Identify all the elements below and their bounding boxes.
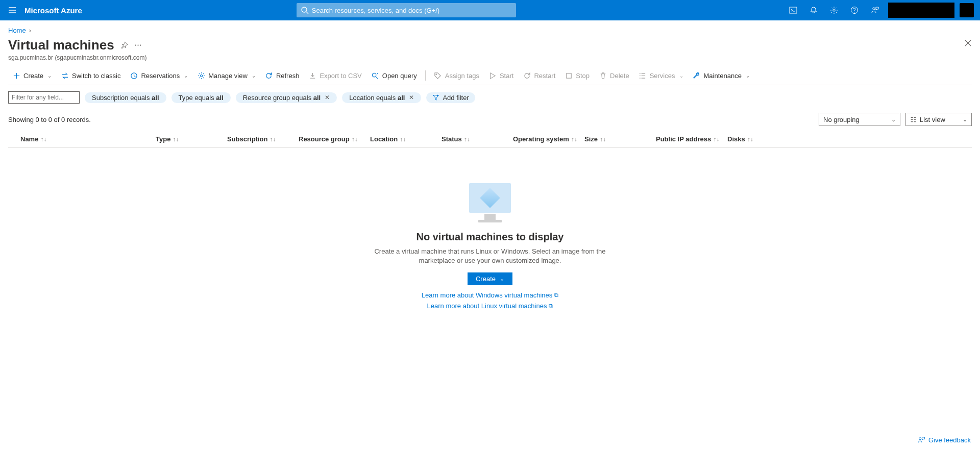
list-icon [639,72,646,80]
brand-label[interactable]: Microsoft Azure [24,6,82,15]
vm-illustration [469,183,512,224]
view-dropdown[interactable]: List view ⌄ [905,113,972,126]
filter-resource-group[interactable]: Resource group equals all ✕ [236,92,337,103]
learn-linux-link[interactable]: Learn more about Linux virtual machines … [427,302,553,310]
list-view-icon [910,116,917,123]
delete-label: Delete [610,72,629,80]
help-button[interactable] [845,0,864,20]
close-button[interactable] [964,39,972,48]
chevron-down-icon: ⌄ [47,73,52,79]
add-filter-button[interactable]: Add filter [426,92,475,103]
pin-button[interactable] [120,41,128,49]
give-feedback-button[interactable]: Give feedback [918,436,971,444]
empty-title: No virtual machines to display [416,231,564,243]
sort-icon: ↑↓ [713,136,719,143]
separator [425,70,426,81]
start-label: Start [500,72,513,80]
global-search[interactable] [297,3,516,17]
more-button[interactable] [134,41,142,49]
svg-point-2 [833,9,835,11]
person-feedback-icon [871,6,879,14]
sort-icon: ↑↓ [40,136,46,143]
feedback-button[interactable] [866,0,884,20]
stop-button: Stop [560,69,594,82]
restart-button: Restart [519,69,559,82]
close-icon [964,39,972,47]
grouping-value: No grouping [823,116,860,123]
filter-subscription[interactable]: Subscription equals all [85,92,166,103]
command-bar: Create ⌄ Switch to classic Reservations … [8,69,972,85]
create-button[interactable]: Create ⌄ [8,69,56,82]
avatar[interactable] [960,3,974,17]
open-query-button[interactable]: Open query [367,69,421,82]
maintenance-button[interactable]: Maintenance ⌄ [689,69,754,82]
breadcrumb-home[interactable]: Home [8,27,26,34]
remove-filter-icon[interactable]: ✕ [409,94,414,101]
chevron-down-icon: ⌄ [891,116,896,123]
view-value: List view [920,116,945,123]
manage-view-button[interactable]: Manage view ⌄ [193,69,260,82]
filter-input[interactable] [8,91,80,104]
filter-icon [432,94,439,101]
chevron-down-icon: ⌄ [500,276,504,282]
account-info[interactable] [888,3,954,18]
notifications-button[interactable] [804,0,823,20]
manage-view-label: Manage view [208,72,248,80]
column-location[interactable]: Location↑↓ [370,135,442,143]
chevron-down-icon: ⌄ [746,73,750,79]
switch-classic-button[interactable]: Switch to classic [57,69,125,82]
cloud-shell-icon [789,6,797,14]
switch-classic-label: Switch to classic [72,72,120,80]
column-size[interactable]: Size↑↓ [584,135,656,143]
reservations-button[interactable]: Reservations ⌄ [126,69,192,82]
chevron-down-icon: ⌄ [184,73,188,79]
column-type[interactable]: Type↑↓ [156,135,227,143]
stop-label: Stop [576,72,590,80]
reservations-label: Reservations [141,72,180,80]
search-icon [301,6,309,14]
empty-create-button[interactable]: Create ⌄ [468,272,512,285]
hamburger-icon [8,6,16,14]
bell-icon [810,6,818,14]
settings-button[interactable] [825,0,843,20]
filter-row: Subscription equals all Type equals all … [8,91,972,104]
start-button: Start [484,69,518,82]
remove-filter-icon[interactable]: ✕ [325,94,330,101]
assign-tags-label: Assign tags [445,72,479,80]
learn-windows-link[interactable]: Learn more about Windows virtual machine… [422,291,559,299]
svg-point-7 [140,44,141,45]
search-input[interactable] [297,3,516,17]
column-subscription[interactable]: Subscription↑↓ [227,135,299,143]
svg-point-11 [436,73,437,74]
table-header: Name↑↓ Type↑↓ Subscription↑↓ Resource gr… [8,131,972,147]
filter-type[interactable]: Type equals all [172,92,231,103]
column-resource-group[interactable]: Resource group↑↓ [299,135,370,143]
gear-icon [198,72,205,80]
refresh-label: Refresh [276,72,300,80]
chevron-right-icon: › [29,27,31,34]
restart-label: Restart [534,72,555,80]
play-icon [488,72,496,80]
column-status[interactable]: Status↑↓ [442,135,513,143]
status-row: Showing 0 to 0 of 0 records. No grouping… [8,113,972,126]
swap-icon [61,72,69,80]
more-icon [134,41,142,49]
svg-point-10 [373,73,377,77]
column-disks[interactable]: Disks↑↓ [727,135,778,143]
svg-rect-1 [790,7,797,13]
cloud-shell-button[interactable] [784,0,802,20]
empty-state: No virtual machines to display Create a … [8,183,972,310]
hamburger-menu[interactable] [4,2,20,18]
refresh-button[interactable]: Refresh [261,69,304,82]
filter-location[interactable]: Location equals all ✕ [342,92,421,103]
column-name[interactable]: Name↑↓ [20,135,156,143]
svg-point-4 [873,8,875,10]
breadcrumb: Home › [8,27,972,34]
pin-icon [120,41,128,49]
grouping-dropdown[interactable]: No grouping ⌄ [819,113,900,126]
wrench-icon [693,72,700,80]
column-os[interactable]: Operating system↑↓ [513,135,584,143]
services-label: Services [650,72,675,80]
column-public-ip[interactable]: Public IP address↑↓ [656,135,727,143]
refresh-icon [265,72,273,80]
